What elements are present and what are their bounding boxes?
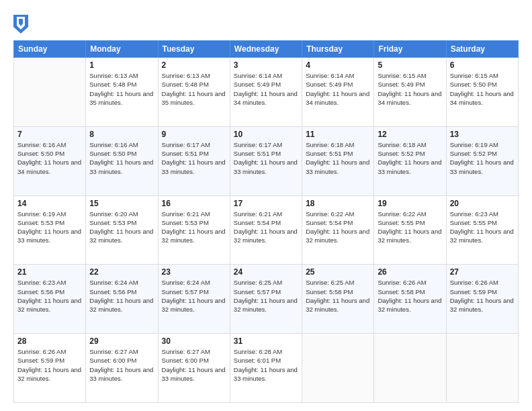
day-number: 15	[89, 199, 154, 208]
day-info: Sunrise: 6:25 AMSunset: 5:57 PMDaylight:…	[234, 279, 298, 313]
day-info: Sunrise: 6:27 AMSunset: 6:00 PMDaylight:…	[89, 348, 153, 382]
day-info: Sunrise: 6:19 AMSunset: 5:52 PMDaylight:…	[450, 141, 514, 175]
calendar-cell: 15 Sunrise: 6:20 AMSunset: 5:53 PMDaylig…	[86, 195, 158, 265]
day-info: Sunrise: 6:14 AMSunset: 5:49 PMDaylight:…	[306, 72, 369, 106]
day-number: 7	[17, 130, 82, 139]
day-number: 25	[306, 267, 370, 277]
day-number: 31	[234, 336, 298, 346]
calendar-cell: 10 Sunrise: 6:17 AMSunset: 5:51 PMDaylig…	[230, 126, 302, 195]
calendar-cell: 4 Sunrise: 6:14 AMSunset: 5:49 PMDayligh…	[302, 58, 374, 127]
calendar-day-header: Saturday	[446, 41, 518, 58]
day-info: Sunrise: 6:15 AMSunset: 5:49 PMDaylight:…	[378, 72, 441, 106]
day-number: 11	[306, 130, 370, 139]
day-info: Sunrise: 6:18 AMSunset: 5:52 PMDaylight:…	[378, 141, 441, 175]
calendar-cell: 28 Sunrise: 6:26 AMSunset: 5:59 PMDaylig…	[14, 334, 86, 403]
day-number: 23	[162, 267, 226, 277]
day-number: 17	[234, 199, 298, 208]
calendar-cell: 21 Sunrise: 6:23 AMSunset: 5:56 PMDaylig…	[14, 265, 86, 334]
day-number: 21	[17, 267, 82, 277]
calendar-cell: 17 Sunrise: 6:21 AMSunset: 5:54 PMDaylig…	[230, 195, 302, 265]
day-info: Sunrise: 6:28 AMSunset: 6:01 PMDaylight:…	[234, 348, 298, 382]
calendar-cell: 25 Sunrise: 6:25 AMSunset: 5:58 PMDaylig…	[302, 265, 374, 334]
calendar-cell: 24 Sunrise: 6:25 AMSunset: 5:57 PMDaylig…	[230, 265, 302, 334]
day-number: 5	[378, 60, 442, 70]
calendar-cell: 30 Sunrise: 6:27 AMSunset: 6:00 PMDaylig…	[158, 334, 230, 403]
day-number: 10	[234, 130, 298, 139]
day-number: 24	[234, 267, 298, 277]
day-info: Sunrise: 6:13 AMSunset: 5:48 PMDaylight:…	[89, 72, 153, 106]
page: SundayMondayTuesdayWednesdayThursdayFrid…	[0, 0, 532, 411]
day-number: 27	[450, 267, 515, 277]
day-number: 29	[89, 336, 154, 346]
calendar-cell	[374, 334, 446, 403]
calendar-day-header: Sunday	[14, 41, 86, 58]
header	[13, 12, 519, 34]
calendar-cell: 9 Sunrise: 6:17 AMSunset: 5:51 PMDayligh…	[158, 126, 230, 195]
calendar-cell	[14, 58, 86, 127]
calendar-week-row: 1 Sunrise: 6:13 AMSunset: 5:48 PMDayligh…	[14, 58, 519, 127]
day-number: 18	[306, 199, 370, 208]
day-info: Sunrise: 6:17 AMSunset: 5:51 PMDaylight:…	[234, 141, 298, 175]
day-info: Sunrise: 6:19 AMSunset: 5:53 PMDaylight:…	[17, 210, 81, 244]
logo-icon	[13, 15, 28, 34]
day-info: Sunrise: 6:23 AMSunset: 5:56 PMDaylight:…	[17, 279, 81, 313]
day-info: Sunrise: 6:16 AMSunset: 5:50 PMDaylight:…	[17, 141, 81, 175]
calendar-cell: 14 Sunrise: 6:19 AMSunset: 5:53 PMDaylig…	[14, 195, 86, 265]
day-info: Sunrise: 6:25 AMSunset: 5:58 PMDaylight:…	[306, 279, 369, 313]
calendar-week-row: 14 Sunrise: 6:19 AMSunset: 5:53 PMDaylig…	[14, 195, 519, 265]
calendar-cell: 7 Sunrise: 6:16 AMSunset: 5:50 PMDayligh…	[14, 126, 86, 195]
calendar-day-header: Wednesday	[230, 41, 302, 58]
day-number: 26	[378, 267, 442, 277]
calendar-day-header: Monday	[86, 41, 158, 58]
day-number: 16	[162, 199, 226, 208]
calendar-cell: 5 Sunrise: 6:15 AMSunset: 5:49 PMDayligh…	[374, 58, 446, 127]
calendar-cell: 22 Sunrise: 6:24 AMSunset: 5:56 PMDaylig…	[86, 265, 158, 334]
day-number: 14	[17, 199, 82, 208]
calendar-cell: 11 Sunrise: 6:18 AMSunset: 5:51 PMDaylig…	[302, 126, 374, 195]
calendar-cell: 20 Sunrise: 6:23 AMSunset: 5:55 PMDaylig…	[446, 195, 518, 265]
day-number: 8	[89, 130, 154, 139]
calendar-cell	[446, 334, 518, 403]
calendar-cell: 18 Sunrise: 6:22 AMSunset: 5:54 PMDaylig…	[302, 195, 374, 265]
day-info: Sunrise: 6:23 AMSunset: 5:55 PMDaylight:…	[450, 210, 514, 244]
calendar-cell: 3 Sunrise: 6:14 AMSunset: 5:49 PMDayligh…	[230, 58, 302, 127]
calendar-cell: 29 Sunrise: 6:27 AMSunset: 6:00 PMDaylig…	[86, 334, 158, 403]
logo	[13, 15, 31, 34]
day-info: Sunrise: 6:18 AMSunset: 5:51 PMDaylight:…	[306, 141, 369, 175]
day-info: Sunrise: 6:22 AMSunset: 5:55 PMDaylight:…	[378, 210, 441, 244]
calendar-day-header: Friday	[374, 41, 446, 58]
day-number: 2	[162, 60, 226, 70]
day-number: 20	[450, 199, 515, 208]
day-info: Sunrise: 6:24 AMSunset: 5:57 PMDaylight:…	[162, 279, 226, 313]
day-info: Sunrise: 6:26 AMSunset: 5:59 PMDaylight:…	[17, 348, 81, 382]
calendar-cell: 19 Sunrise: 6:22 AMSunset: 5:55 PMDaylig…	[374, 195, 446, 265]
calendar-week-row: 7 Sunrise: 6:16 AMSunset: 5:50 PMDayligh…	[14, 126, 519, 195]
day-number: 19	[378, 199, 442, 208]
calendar-cell: 27 Sunrise: 6:26 AMSunset: 5:59 PMDaylig…	[446, 265, 518, 334]
day-number: 22	[89, 267, 154, 277]
day-info: Sunrise: 6:24 AMSunset: 5:56 PMDaylight:…	[89, 279, 153, 313]
calendar-week-row: 28 Sunrise: 6:26 AMSunset: 5:59 PMDaylig…	[14, 334, 519, 403]
calendar-cell: 12 Sunrise: 6:18 AMSunset: 5:52 PMDaylig…	[374, 126, 446, 195]
day-info: Sunrise: 6:15 AMSunset: 5:50 PMDaylight:…	[450, 72, 514, 106]
day-number: 30	[162, 336, 226, 346]
day-info: Sunrise: 6:21 AMSunset: 5:54 PMDaylight:…	[234, 210, 298, 244]
calendar-header-row: SundayMondayTuesdayWednesdayThursdayFrid…	[14, 41, 519, 58]
day-number: 3	[234, 60, 298, 70]
day-number: 12	[378, 130, 442, 139]
day-info: Sunrise: 6:14 AMSunset: 5:49 PMDaylight:…	[234, 72, 298, 106]
calendar-cell: 2 Sunrise: 6:13 AMSunset: 5:48 PMDayligh…	[158, 58, 230, 127]
calendar-cell: 6 Sunrise: 6:15 AMSunset: 5:50 PMDayligh…	[446, 58, 518, 127]
day-number: 9	[162, 130, 226, 139]
calendar-cell: 16 Sunrise: 6:21 AMSunset: 5:53 PMDaylig…	[158, 195, 230, 265]
calendar-cell	[302, 334, 374, 403]
calendar-day-header: Tuesday	[158, 41, 230, 58]
day-number: 28	[17, 336, 82, 346]
day-info: Sunrise: 6:27 AMSunset: 6:00 PMDaylight:…	[162, 348, 226, 382]
day-number: 1	[89, 60, 154, 70]
calendar-table: SundayMondayTuesdayWednesdayThursdayFrid…	[13, 40, 519, 403]
calendar-cell: 31 Sunrise: 6:28 AMSunset: 6:01 PMDaylig…	[230, 334, 302, 403]
calendar-week-row: 21 Sunrise: 6:23 AMSunset: 5:56 PMDaylig…	[14, 265, 519, 334]
day-info: Sunrise: 6:20 AMSunset: 5:53 PMDaylight:…	[89, 210, 153, 244]
day-info: Sunrise: 6:13 AMSunset: 5:48 PMDaylight:…	[162, 72, 226, 106]
